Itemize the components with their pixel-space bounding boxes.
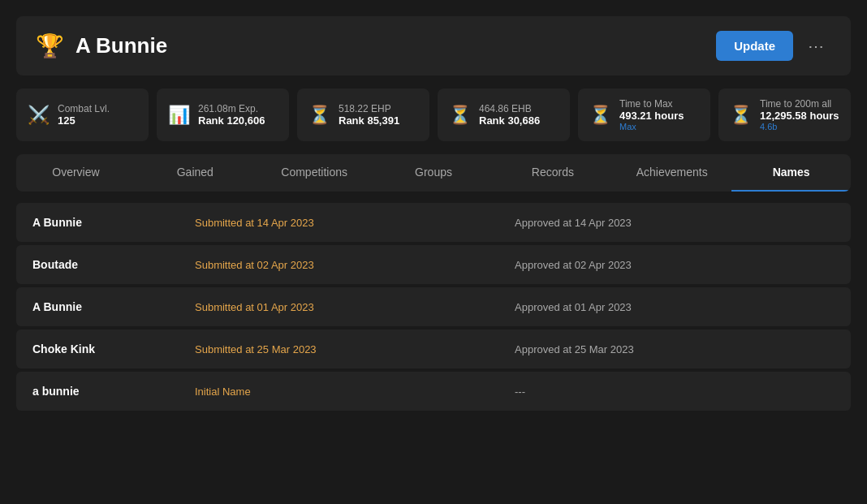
time-200m-icon: ⏳ (730, 105, 752, 126)
header-left: 🏆 A Bunnie (36, 32, 167, 59)
header-right: Update ⋯ (716, 31, 831, 61)
tab-overview[interactable]: Overview (16, 154, 136, 192)
name-cell: Choke Kink (32, 342, 195, 355)
stat-info: Time to 200m all 12,295.58 hours 4.6b (760, 98, 839, 131)
stat-label: Time to 200m all (760, 98, 839, 110)
name-cell: A Bunnie (32, 300, 195, 313)
stats-row: ⚔️ Combat Lvl. 125 📊 261.08m Exp. Rank 1… (16, 88, 851, 141)
stat-card-ehb-icon: ⏳ 464.86 EHB Rank 30,686 (438, 88, 570, 141)
stat-value: Rank 85,391 (339, 114, 399, 127)
name-row: A Bunnie Submitted at 14 Apr 2023 Approv… (16, 203, 851, 242)
approved-cell: --- (515, 386, 835, 398)
ehb-icon: ⏳ (449, 105, 471, 126)
exp-icon: 📊 (168, 105, 190, 126)
stat-info: 464.86 EHB Rank 30,686 (479, 103, 540, 127)
stat-value: 125 (58, 114, 110, 127)
main-container: 🏆 A Bunnie Update ⋯ ⚔️ Combat Lvl. 125 📊… (16, 16, 851, 411)
approved-cell: Approved at 02 Apr 2023 (515, 259, 835, 271)
stat-value: 493.21 hours (619, 110, 684, 122)
tabs-bar: OverviewGainedCompetitionsGroupsRecordsA… (16, 154, 851, 192)
name-row: a bunnie Initial Name --- (16, 372, 851, 411)
ehp-icon: ⏳ (308, 105, 330, 126)
time-max-icon: ⏳ (589, 105, 611, 126)
update-button[interactable]: Update (716, 31, 793, 61)
player-name: A Bunnie (75, 33, 167, 58)
submitted-cell: Submitted at 02 Apr 2023 (195, 259, 515, 271)
stat-info: 261.08m Exp. Rank 120,606 (198, 103, 265, 127)
names-list: A Bunnie Submitted at 14 Apr 2023 Approv… (16, 203, 851, 411)
more-button[interactable]: ⋯ (801, 32, 831, 61)
stat-card-ehp-icon: ⏳ 518.22 EHP Rank 85,391 (297, 88, 429, 141)
approved-cell: Approved at 01 Apr 2023 (515, 301, 835, 313)
stat-sub: 4.6b (760, 122, 839, 131)
tab-competitions[interactable]: Competitions (255, 154, 374, 192)
submitted-cell: Initial Name (195, 386, 515, 398)
stat-card-time-200m-icon: ⏳ Time to 200m all 12,295.58 hours 4.6b (718, 88, 851, 141)
tab-gained[interactable]: Gained (136, 154, 255, 192)
stat-label: 261.08m Exp. (198, 103, 265, 114)
name-row: A Bunnie Submitted at 01 Apr 2023 Approv… (16, 287, 851, 326)
name-cell: a bunnie (32, 385, 195, 398)
stat-label: Combat Lvl. (58, 103, 110, 114)
name-cell: A Bunnie (32, 216, 195, 229)
header-card: 🏆 A Bunnie Update ⋯ (16, 16, 851, 75)
stat-card-combat-icon: ⚔️ Combat Lvl. 125 (16, 88, 149, 141)
stat-label: Time to Max (619, 98, 684, 110)
stat-label: 464.86 EHB (479, 103, 540, 114)
stat-info: Combat Lvl. 125 (58, 103, 110, 127)
submitted-cell: Submitted at 14 Apr 2023 (195, 217, 515, 229)
name-cell: Boutade (32, 258, 195, 271)
stat-info: Time to Max 493.21 hours Max (619, 98, 684, 131)
submitted-cell: Submitted at 25 Mar 2023 (195, 343, 515, 355)
tab-achievements[interactable]: Achievements (612, 154, 731, 192)
stat-card-time-max-icon: ⏳ Time to Max 493.21 hours Max (578, 88, 710, 141)
tab-names[interactable]: Names (731, 154, 851, 192)
approved-cell: Approved at 14 Apr 2023 (515, 217, 835, 229)
stat-info: 518.22 EHP Rank 85,391 (339, 103, 399, 127)
stat-label: 518.22 EHP (339, 103, 399, 114)
tab-records[interactable]: Records (493, 154, 612, 192)
stat-value: Rank 120,606 (198, 114, 265, 127)
submitted-cell: Submitted at 01 Apr 2023 (195, 301, 515, 313)
name-row: Choke Kink Submitted at 25 Mar 2023 Appr… (16, 330, 851, 368)
name-row: Boutade Submitted at 02 Apr 2023 Approve… (16, 245, 851, 284)
stat-sub: Max (619, 122, 684, 131)
stat-card-exp-icon: 📊 261.08m Exp. Rank 120,606 (157, 88, 289, 141)
trophy-icon: 🏆 (36, 32, 64, 59)
approved-cell: Approved at 25 Mar 2023 (515, 343, 835, 355)
stat-value: Rank 30,686 (479, 114, 540, 127)
stat-value: 12,295.58 hours (760, 110, 839, 122)
combat-icon: ⚔️ (28, 105, 50, 126)
tab-groups[interactable]: Groups (374, 154, 494, 192)
